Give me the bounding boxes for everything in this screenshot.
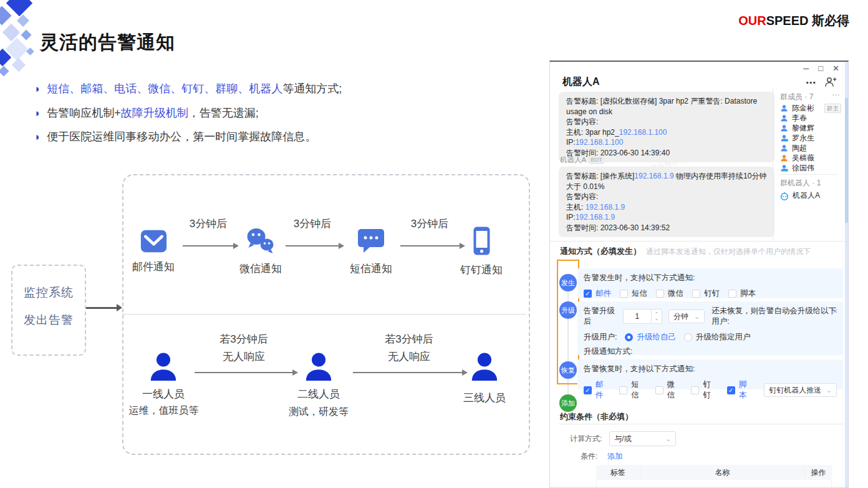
robot-row[interactable]: 机器人A	[780, 190, 841, 201]
monitor-system-line1: 监控系统	[12, 285, 85, 301]
add-condition-link[interactable]: 添加	[607, 451, 622, 462]
condition-label: 条件:	[581, 451, 597, 462]
member-row[interactable]: 罗永生	[780, 133, 841, 144]
remove-upgrade-icon[interactable]: ×	[832, 306, 837, 316]
flow-divider	[123, 314, 526, 315]
step-label-wechat: 微信通知	[229, 261, 292, 276]
msg2-title-ip-link[interactable]: 192.168.1.9	[634, 172, 673, 180]
escalate-label-2-line2: 无人响应	[371, 348, 447, 366]
checkbox-checked-icon[interactable]: ✓	[584, 386, 592, 394]
calc-method-select[interactable]: 与/或⌄	[609, 431, 676, 446]
upgrade-user-label: 升级用户:	[584, 332, 617, 343]
checkbox-script[interactable]: 脚本	[728, 288, 756, 299]
add-member-icon[interactable]	[824, 77, 837, 87]
msg2-host-ip-link[interactable]: 192.168.1.9	[586, 203, 625, 212]
checkbox-checked-icon[interactable]: ✓	[727, 386, 735, 394]
recover-checkbox-group: ✓邮件 短信 微信 钉钉 ✓脚本 钉钉机器人推送⌄	[584, 379, 837, 401]
checkbox-dingtalk[interactable]: 钉钉	[691, 379, 718, 401]
radio-icon[interactable]	[684, 333, 692, 341]
member-row[interactable]: 吴樯薇	[780, 153, 841, 163]
robot-icon	[780, 192, 789, 200]
escalate-label-2-line1: 若3分钟后	[371, 331, 447, 348]
checkbox-icon[interactable]	[691, 386, 699, 394]
script-select[interactable]: 钉钉机器人推送⌄	[764, 383, 837, 397]
step-label-sms: 短信通知	[340, 261, 402, 276]
chat-app-window: ─ □ ✕ 机器人A ⋯ 徐国伟@乐维软件 徐国伟@乐维软件 告警标题: [虚拟…	[549, 61, 849, 488]
stepper-down-icon[interactable]: ⌄	[655, 316, 659, 321]
checkbox-checked-icon[interactable]: ✓	[584, 290, 592, 298]
minimize-icon[interactable]: ─	[803, 64, 809, 73]
conditions-table-header: 标签 名称 操作	[596, 465, 832, 480]
member-name: 陶超	[792, 143, 807, 154]
stage-badge-upgrade: 升级	[559, 301, 577, 319]
constraints-title: 约束条件（非必填）	[560, 411, 633, 422]
checkbox-icon[interactable]	[655, 386, 663, 394]
member-icon	[780, 114, 788, 122]
checkbox-email[interactable]: ✓邮件	[584, 379, 610, 401]
member-row[interactable]: 陶超	[780, 143, 841, 154]
checkbox-email[interactable]: ✓邮件	[584, 288, 611, 299]
wechat-icon	[245, 226, 276, 256]
checkbox-wechat[interactable]: 微信	[656, 288, 683, 299]
chevron-down-icon: ⌄	[826, 386, 832, 394]
radio-upgrade-self[interactable]: 升级给自己	[625, 332, 676, 343]
msg2-content-label: 告警内容:	[566, 192, 767, 202]
checkbox-icon[interactable]	[692, 290, 700, 298]
settings-header-title: 通知方式（必填发生）	[560, 246, 641, 256]
maximize-icon[interactable]: □	[818, 64, 823, 73]
member-row[interactable]: 徐国伟	[780, 163, 841, 173]
msg1-host-ip-link[interactable]: 192.168.1.100	[619, 128, 667, 137]
scrollbar-thumb[interactable]	[845, 98, 848, 223]
checkbox-sms[interactable]: 短信	[619, 379, 646, 401]
chat-title: 机器人A	[562, 76, 600, 89]
chat-settings-divider	[550, 241, 846, 242]
members-more-icon[interactable]: ⋯	[832, 90, 839, 99]
checkbox-wechat[interactable]: 微信	[655, 379, 682, 401]
arrow-label-3: 3分钟后	[404, 217, 455, 231]
msg2-ip-link[interactable]: 192.168.1.9	[576, 213, 615, 222]
unit-select[interactable]: 分钟⌄	[668, 310, 705, 323]
msg1-ip-link[interactable]: 192.168.1.100	[576, 138, 624, 147]
checkbox-dingtalk[interactable]: 钉钉	[692, 288, 720, 299]
bullet-2-rest: ，告警无遗漏;	[188, 107, 259, 119]
tier2-subtitle: 测试，研发等	[278, 406, 359, 419]
bot-badge: BOT	[589, 156, 604, 164]
scrollbar[interactable]	[845, 62, 848, 487]
step-label-email: 邮件通知	[122, 260, 185, 274]
checkbox-icon[interactable]	[656, 290, 664, 298]
alert-message-1: 告警标题: [虚拟化数据存储] 3par hp2 严重警告: Datastore…	[559, 92, 774, 162]
member-row[interactable]: 陈金彬 群主	[780, 103, 841, 114]
radio-upgrade-assign[interactable]: 升级给指定用户	[684, 332, 751, 343]
settings-header: 通知方式（必填发生）通过脚本发送通知，仅针对选择单个用户的情况下	[560, 246, 811, 257]
checkbox-sms[interactable]: 短信	[620, 288, 647, 299]
upgrade-suffix: 还未恢复，则告警自动会升级给以下用户:	[711, 306, 837, 327]
checkbox-icon[interactable]	[619, 386, 627, 394]
person-icon-tier3	[469, 351, 500, 383]
alert-message-2: 告警标题: [操作系统]192.168.1.9 物理内存使用率持续10分钟大于 …	[559, 167, 774, 237]
bullet-3-text: 便于医院运维同事移动办公，第一时间掌握故障信息。	[47, 129, 316, 144]
calc-method-line: 计算方式: 与/或⌄	[570, 431, 676, 446]
sms-icon	[357, 228, 385, 254]
number-stepper[interactable]: ⌃⌄	[652, 309, 662, 324]
member-row[interactable]: 黎健辉	[780, 123, 841, 134]
upgrade-notify-label: 升级通知方式:	[584, 346, 837, 357]
member-name: 黎健辉	[792, 123, 814, 134]
member-row[interactable]: 李春	[780, 113, 841, 124]
monitor-system-line2: 发出告警	[12, 312, 85, 328]
add-stage-button[interactable]: 添加	[559, 394, 577, 412]
upgrade-delay-input[interactable]: 1	[623, 309, 652, 324]
recover-row-text: 告警恢复时，支持以下方式通知:	[584, 364, 837, 374]
conditions-table: 标签 名称 操作	[596, 465, 832, 488]
close-window-icon[interactable]: ✕	[832, 64, 839, 73]
checkbox-script[interactable]: ✓脚本	[727, 379, 754, 401]
chat-more-icon[interactable]: ⋯	[806, 77, 816, 89]
escalate-arrow-1	[195, 372, 293, 373]
source-arrow	[86, 307, 117, 309]
checkbox-icon[interactable]	[728, 290, 736, 298]
member-name: 徐国伟	[792, 163, 814, 173]
checkbox-icon[interactable]	[620, 290, 628, 298]
phone-icon	[473, 226, 491, 256]
msg2-host-label: 主机:	[566, 203, 586, 212]
member-name: 李春	[792, 113, 807, 124]
radio-selected-icon[interactable]	[625, 333, 633, 341]
